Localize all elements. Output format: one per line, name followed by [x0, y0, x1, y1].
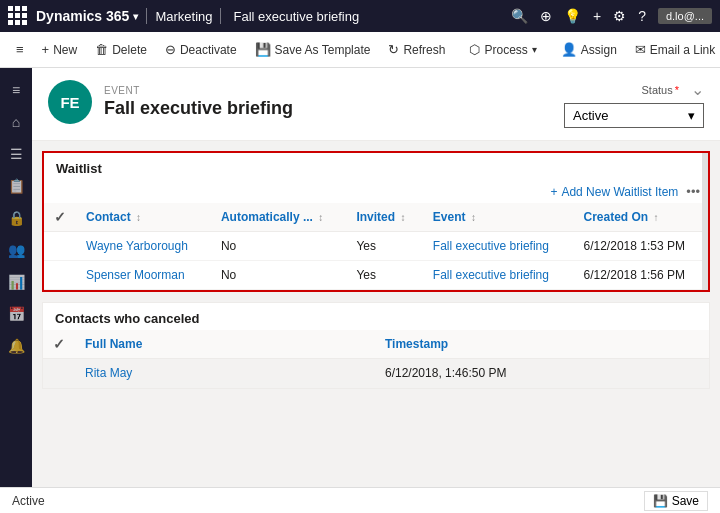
created-sort-icon[interactable]: ↑: [654, 212, 659, 223]
auto-sort-icon[interactable]: ↕: [318, 212, 323, 223]
main-content: FE EVENT Fall executive briefing Status …: [32, 68, 720, 487]
timestamp-col-header[interactable]: Timestamp: [375, 330, 709, 359]
row2-contact-link[interactable]: Spenser Moorman: [86, 268, 185, 282]
save-as-template-button[interactable]: 💾 Save As Template: [247, 38, 379, 61]
cancelled-row1-link[interactable]: Rita May: [85, 366, 132, 380]
row2-event-link[interactable]: Fall executive briefing: [433, 268, 549, 282]
status-required: *: [675, 84, 679, 96]
record-type-label: EVENT: [104, 85, 293, 96]
waitlist-title: Waitlist: [44, 153, 708, 180]
add-new-waitlist-button[interactable]: + Add New Waitlist Item: [550, 185, 678, 199]
new-icon: +: [42, 42, 50, 57]
contact-col-header[interactable]: Contact ↕: [76, 203, 211, 232]
plus-nav-icon[interactable]: +: [593, 8, 601, 24]
sidebar: ≡ ⌂ ☰ 📋 🔒 👥 📊 📅 🔔: [0, 68, 32, 487]
waffle-icon[interactable]: [8, 6, 28, 26]
created-on-col-header[interactable]: Created On ↑: [574, 203, 708, 232]
waitlist-scrollbar[interactable]: [702, 153, 708, 290]
record-header-left: FE EVENT Fall executive briefing: [48, 80, 293, 124]
record-name: Fall executive briefing: [104, 98, 293, 119]
contacts-cancelled-title: Contacts who canceled: [43, 303, 709, 330]
expand-icon[interactable]: ⌄: [691, 80, 704, 99]
event-col-header[interactable]: Event ↕: [423, 203, 574, 232]
hamburger-button[interactable]: ≡: [8, 38, 32, 61]
auto-col-header[interactable]: Automatically ... ↕: [211, 203, 347, 232]
row2-contact: Spenser Moorman: [76, 261, 211, 290]
statusbar-status-text: Active: [12, 494, 45, 508]
sidebar-chart-icon[interactable]: 📊: [2, 268, 30, 296]
row1-contact-link[interactable]: Wayne Yarborough: [86, 239, 188, 253]
row1-invited: Yes: [346, 232, 422, 261]
nav-record-title: Fall executive briefing: [233, 9, 359, 24]
deactivate-icon: ⊖: [165, 42, 176, 57]
refresh-icon: ↻: [388, 42, 399, 57]
record-header: FE EVENT Fall executive briefing Status …: [32, 68, 720, 141]
user-badge[interactable]: d.lo@...: [658, 8, 712, 24]
waitlist-more-icon[interactable]: •••: [686, 184, 700, 199]
save-template-icon: 💾: [255, 42, 271, 57]
email-icon: ✉: [635, 42, 646, 57]
layout: ≡ ⌂ ☰ 📋 🔒 👥 📊 📅 🔔 FE EVENT Fall executiv…: [0, 68, 720, 487]
checkmark-icon: ✓: [54, 209, 66, 225]
search-nav-icon[interactable]: 🔍: [511, 8, 528, 24]
new-button[interactable]: + New: [34, 38, 86, 61]
delete-icon: 🗑: [95, 42, 108, 57]
row2-event: Fall executive briefing: [423, 261, 574, 290]
assign-button[interactable]: 👤 Assign: [553, 38, 625, 61]
refresh-button[interactable]: ↻ Refresh: [380, 38, 453, 61]
row2-invited: Yes: [346, 261, 422, 290]
bulb-nav-icon[interactable]: 💡: [564, 8, 581, 24]
waitlist-header-row: ✓ Contact ↕ Automatically ... ↕: [44, 203, 708, 232]
save-button[interactable]: 💾 Save: [644, 491, 708, 511]
contacts-cancelled-section: Contacts who canceled ✓ Full Name Timest…: [42, 302, 710, 389]
status-dropdown[interactable]: Active ▾: [564, 103, 704, 128]
process-arrow-icon: ▾: [532, 44, 537, 55]
sidebar-calendar-icon[interactable]: 📅: [2, 300, 30, 328]
fullname-col-header[interactable]: Full Name: [75, 330, 375, 359]
deactivate-button[interactable]: ⊖ Deactivate: [157, 38, 245, 61]
contacts-cancelled-table: ✓ Full Name Timestamp Rita May: [43, 330, 709, 388]
save-icon: 💾: [653, 494, 668, 508]
sidebar-list-icon[interactable]: ☰: [2, 140, 30, 168]
sidebar-hamburger[interactable]: ≡: [2, 76, 30, 104]
cancelled-row1-name: Rita May: [75, 359, 375, 388]
status-label: Status *: [642, 84, 679, 96]
table-row: Wayne Yarborough No Yes Fall executive b…: [44, 232, 708, 261]
sidebar-users-icon[interactable]: 👥: [2, 236, 30, 264]
row2-check[interactable]: [44, 261, 76, 290]
invited-sort-icon[interactable]: ↕: [400, 212, 405, 223]
row2-created: 6/12/2018 1:56 PM: [574, 261, 708, 290]
contact-sort-icon[interactable]: ↕: [136, 212, 141, 223]
check-header[interactable]: ✓: [44, 203, 76, 232]
sidebar-lock-icon[interactable]: 🔒: [2, 204, 30, 232]
sidebar-pages-icon[interactable]: 📋: [2, 172, 30, 200]
cancelled-checkmark-icon: ✓: [53, 336, 65, 352]
help-nav-icon[interactable]: ?: [638, 8, 646, 24]
waitlist-table-container[interactable]: ✓ Contact ↕ Automatically ... ↕: [44, 203, 708, 290]
row1-event-link[interactable]: Fall executive briefing: [433, 239, 549, 253]
status-bar: Active 💾 Save: [0, 487, 720, 513]
cancelled-check-header[interactable]: ✓: [43, 330, 75, 359]
cancelled-header-row: ✓ Full Name Timestamp: [43, 330, 709, 359]
process-button[interactable]: ⬡ Process ▾: [461, 38, 544, 61]
waitlist-table: ✓ Contact ↕ Automatically ... ↕: [44, 203, 708, 290]
delete-button[interactable]: 🗑 Delete: [87, 38, 155, 61]
app-name[interactable]: Dynamics 365 ▾: [36, 8, 138, 24]
cancelled-row1-timestamp: 6/12/2018, 1:46:50 PM: [375, 359, 709, 388]
add-icon: +: [550, 185, 557, 199]
row1-created: 6/12/2018 1:53 PM: [574, 232, 708, 261]
email-link-button[interactable]: ✉ Email a Link: [627, 38, 720, 61]
recent-nav-icon[interactable]: ⊕: [540, 8, 552, 24]
invited-col-header[interactable]: Invited ↕: [346, 203, 422, 232]
event-sort-icon[interactable]: ↕: [471, 212, 476, 223]
sidebar-home-icon[interactable]: ⌂: [2, 108, 30, 136]
waitlist-toolbar: + Add New Waitlist Item •••: [44, 180, 708, 203]
cancelled-row1-check[interactable]: [43, 359, 75, 388]
app-chevron: ▾: [133, 11, 138, 22]
nav-divider2: [220, 8, 221, 24]
row1-check[interactable]: [44, 232, 76, 261]
module-name: Marketing: [155, 9, 212, 24]
sidebar-bell-icon[interactable]: 🔔: [2, 332, 30, 360]
process-icon: ⬡: [469, 42, 480, 57]
gear-nav-icon[interactable]: ⚙: [613, 8, 626, 24]
